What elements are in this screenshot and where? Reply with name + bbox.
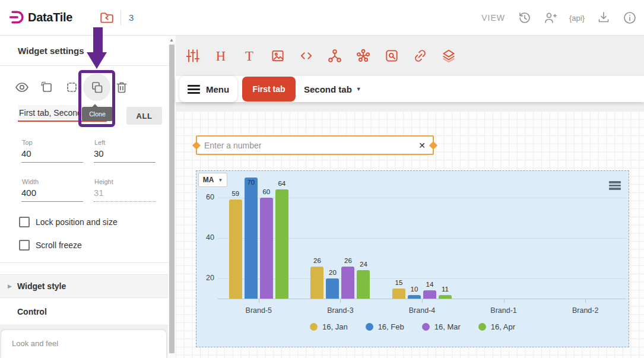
select-widget-icon[interactable] (37, 78, 56, 97)
info-icon[interactable] (623, 11, 637, 25)
chart-xlab: Brand-2 (553, 306, 618, 315)
chart-bar[interactable] (408, 295, 421, 299)
legend-item[interactable]: 16, Mar (422, 322, 461, 331)
chart-bar[interactable] (245, 178, 258, 299)
add-user-icon[interactable] (543, 11, 557, 25)
legend-dot (366, 323, 373, 331)
chart-xlab: Brand-3 (307, 306, 373, 315)
download-icon[interactable] (597, 11, 611, 25)
scrollbar-up-arrow[interactable]: ▲ (169, 37, 174, 43)
legend-dot (478, 323, 486, 331)
width-field[interactable] (21, 188, 83, 202)
heading-icon[interactable]: H (211, 46, 231, 66)
chart-xtick (340, 299, 341, 303)
chart-bval: 64 (273, 180, 291, 187)
scroll-freeze-checkbox[interactable] (19, 240, 30, 251)
ma-label: MA (203, 176, 214, 184)
chart-bval: 59 (227, 190, 245, 197)
scrollbar-thumb[interactable] (169, 45, 175, 353)
link-icon[interactable] (410, 46, 430, 66)
chart-bar[interactable] (310, 267, 323, 299)
chart-bval: 11 (436, 286, 454, 293)
number-input-widget[interactable]: ✕ (196, 135, 434, 155)
svg-text:T: T (245, 49, 253, 64)
chevron-down-icon: ▼ (356, 86, 361, 92)
section-label: Look and feel (12, 339, 166, 348)
code-icon[interactable] (296, 46, 316, 66)
tab-first[interactable]: First tab (242, 77, 296, 102)
legend-label: 16, Apr (491, 322, 515, 331)
chart-bar[interactable] (392, 289, 405, 299)
widget-style-section[interactable]: ▶ Widget style (0, 274, 168, 298)
chevron-down-icon: ▼ (218, 178, 223, 183)
chart-bar[interactable] (229, 199, 242, 299)
legend-dot (422, 323, 430, 331)
app-logo[interactable]: DataTile (8, 9, 72, 26)
board-count[interactable]: 3 (129, 12, 134, 23)
chart-bval: 20 (323, 269, 341, 276)
svg-text:H: H (216, 49, 226, 64)
all-button[interactable]: ALL (126, 107, 162, 125)
chart-bar[interactable] (423, 290, 436, 299)
chart-ylab: 20 (199, 274, 214, 282)
number-input[interactable] (197, 141, 411, 150)
scroll-freeze-row[interactable]: Scroll freeze (19, 240, 82, 251)
lock-position-row[interactable]: Lock position and size (19, 217, 118, 227)
chart-xtick (259, 299, 259, 303)
section-label: Widget style (17, 281, 66, 291)
layers-icon[interactable] (439, 46, 459, 66)
search-widget-icon[interactable] (382, 46, 402, 66)
height-field (94, 188, 156, 202)
widget-tools-row (12, 78, 137, 97)
chart-bar[interactable] (275, 189, 288, 299)
datatile-logo-icon (8, 9, 25, 26)
left-field[interactable] (94, 148, 156, 163)
field-label-left: Left (94, 139, 105, 146)
chart-bval: 26 (308, 257, 326, 264)
visibility-icon[interactable] (12, 78, 31, 97)
cluster-icon[interactable] (353, 46, 373, 66)
canvas-strip (176, 102, 644, 111)
back-folder-icon[interactable] (99, 10, 115, 26)
chart-legend: 16, Jan16, Feb16, Mar16, Apr (196, 322, 629, 331)
chart-bar[interactable] (341, 267, 354, 299)
menu-button[interactable]: Menu (179, 76, 237, 102)
look-and-feel-section[interactable]: Look and feel (1, 330, 167, 358)
chart-bar[interactable] (326, 278, 339, 299)
tab-second[interactable]: Second tab ▼ (304, 76, 361, 102)
chart-xlab: Brand-1 (471, 306, 537, 315)
chart-xlab: Brand-5 (226, 306, 291, 315)
lock-position-checkbox[interactable] (19, 217, 30, 227)
divider (0, 262, 168, 263)
history-icon[interactable] (517, 11, 531, 25)
chart-context-menu-icon[interactable] (609, 181, 621, 190)
expand-caret-icon: ▶ (8, 283, 12, 289)
sidebar-scrollbar[interactable]: ▲ (168, 36, 176, 358)
legend-item[interactable]: 16, Feb (366, 322, 404, 331)
checkbox-label: Lock position and size (36, 217, 118, 227)
image-icon[interactable] (268, 46, 288, 66)
section-label: Control (17, 307, 47, 316)
annotation-highlight-box (78, 70, 115, 127)
chart-bar[interactable] (357, 270, 370, 299)
settings-sliders-icon[interactable] (182, 46, 202, 66)
text-icon[interactable]: T (239, 46, 259, 66)
chart-bval: 70 (242, 179, 260, 186)
share-nodes-icon[interactable] (325, 46, 345, 66)
annotation-arrow (83, 26, 110, 70)
ma-dropdown[interactable]: MA ▼ (198, 173, 227, 187)
chart-bar[interactable] (439, 295, 452, 299)
chart-bar[interactable] (260, 198, 273, 299)
chart-xtick (504, 299, 505, 303)
hamburger-icon (188, 85, 200, 94)
field-label-top: Top (22, 139, 33, 146)
field-label-height: Height (94, 178, 113, 185)
view-button[interactable]: VIEW (481, 13, 505, 23)
legend-label: 16, Feb (378, 322, 404, 331)
legend-item[interactable]: 16, Apr (478, 322, 515, 331)
api-icon[interactable]: {api} (569, 14, 585, 23)
top-field[interactable] (21, 148, 83, 163)
bar-chart-widget[interactable]: MA ▼ 204060Brand-559706064Brand-32620262… (196, 170, 629, 347)
control-section[interactable]: Control (0, 299, 168, 325)
legend-item[interactable]: 16, Jan (310, 322, 348, 331)
